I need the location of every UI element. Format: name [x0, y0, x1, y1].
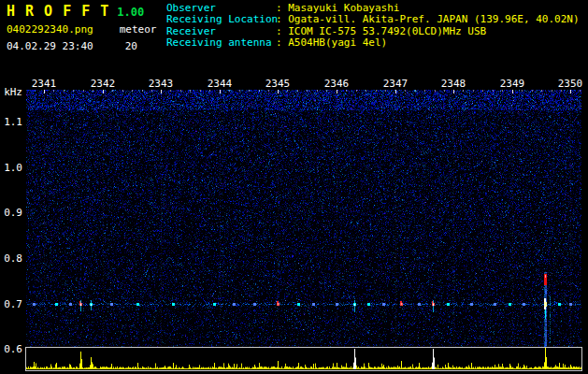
time-axis-label: 2350: [554, 78, 586, 90]
mode-label: meteor: [120, 23, 157, 36]
title-row: H R O F F T1.00: [7, 2, 156, 20]
time-axis-label: 2345: [262, 78, 294, 90]
freq-axis-label: 1.0: [0, 162, 22, 174]
freq-axis-label: 1.1: [0, 116, 22, 128]
info-label: Receiving Location: [166, 14, 276, 25]
time-axis-label: 2346: [321, 78, 352, 90]
info-separator: :: [276, 25, 288, 37]
info-value: Masayuki Kobayashi: [288, 2, 399, 14]
count-label: 20: [125, 40, 137, 52]
signal-level-canvas: [26, 348, 581, 370]
info-value: ICOM IC-575 53.7492(0LCD)MHz USB: [288, 25, 486, 37]
time-axis-label: 2348: [437, 78, 469, 90]
time-axis-label: 2343: [145, 78, 177, 90]
time-axis-label: 2349: [496, 78, 528, 90]
hrofft-output-screen: H R O F F T1.00 0402292340.pngmeteor 04.…: [0, 0, 588, 374]
time-axis-label: 2344: [204, 78, 236, 90]
station-info-block: Observer: Masayuki KobayashiReceiving Lo…: [166, 3, 580, 50]
station-info-row: Receiving antenna: A504HB(yagi 4el): [166, 37, 580, 49]
spectrogram-canvas: [26, 90, 581, 349]
freq-axis-label: 0.7: [0, 298, 22, 310]
info-separator: :: [276, 13, 288, 25]
time-axis-label: 2342: [87, 78, 119, 90]
signal-level-panel: [25, 347, 582, 371]
freq-axis-label: 0.9: [0, 207, 22, 219]
header-left: H R O F F T1.00 0402292340.pngmeteor 04.…: [7, 2, 156, 52]
time-axis-label: 2347: [380, 78, 411, 90]
info-separator: :: [276, 36, 288, 49]
time-axis: 2341234223432344234523462347234823492350: [0, 78, 588, 90]
info-label: Receiving antenna: [166, 37, 276, 49]
info-value: Ogata-vill. Akita-Pref. JAPAN (139.96E, …: [288, 13, 579, 25]
freq-axis-label: 0.6: [0, 343, 22, 355]
file-row: 0402292340.pngmeteor: [7, 23, 156, 36]
time-axis-label: 2341: [28, 78, 60, 90]
freq-axis-label: 0.8: [0, 252, 22, 265]
info-value: A504HB(yagi 4el): [288, 36, 387, 49]
info-separator: :: [276, 2, 288, 14]
time-row: 04.02.29 23:4020: [7, 40, 156, 52]
app-version: 1.00: [117, 6, 144, 19]
freq-axis: 1.11.00.90.80.70.6: [0, 0, 22, 374]
